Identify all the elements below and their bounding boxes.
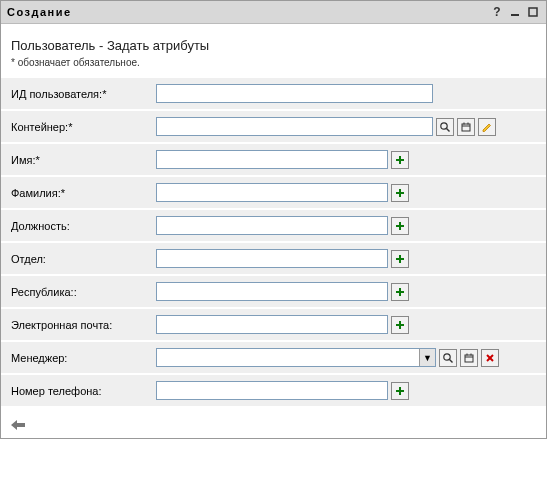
- page-heading: Пользователь - Задать атрибуты: [11, 38, 536, 53]
- combo-manager[interactable]: ▼: [156, 348, 436, 367]
- svg-point-2: [441, 122, 447, 128]
- minimize-icon[interactable]: [508, 5, 522, 19]
- required-note: * обозначает обязательное.: [11, 57, 536, 68]
- input-dept[interactable]: [156, 249, 388, 268]
- svg-point-20: [444, 353, 450, 359]
- input-phone[interactable]: [156, 381, 388, 400]
- page-subheader: Пользователь - Задать атрибуты * обознач…: [1, 24, 546, 74]
- history-icon[interactable]: [457, 118, 475, 136]
- row-firstname: Имя:*: [1, 144, 546, 175]
- label-dept: Отдел:: [11, 253, 156, 265]
- add-icon[interactable]: [391, 250, 409, 268]
- back-icon[interactable]: [11, 420, 25, 432]
- label-user-id: ИД пользователя:*: [11, 88, 156, 100]
- svg-line-3: [447, 128, 450, 131]
- input-state[interactable]: [156, 282, 388, 301]
- add-icon[interactable]: [391, 184, 409, 202]
- label-email: Электронная почта:: [11, 319, 156, 331]
- label-container: Контейнер:*: [11, 121, 156, 133]
- footer: [1, 416, 546, 438]
- input-lastname[interactable]: [156, 183, 388, 202]
- chevron-down-icon[interactable]: ▼: [419, 349, 435, 366]
- row-dept: Отдел:: [1, 243, 546, 274]
- label-state: Республика::: [11, 286, 156, 298]
- input-container[interactable]: [156, 117, 433, 136]
- label-manager: Менеджер:: [11, 352, 156, 364]
- row-title: Должность:: [1, 210, 546, 241]
- maximize-icon[interactable]: [526, 5, 540, 19]
- edit-icon[interactable]: [478, 118, 496, 136]
- delete-icon[interactable]: [481, 349, 499, 367]
- input-firstname[interactable]: [156, 150, 388, 169]
- browse-icon[interactable]: [439, 349, 457, 367]
- add-icon[interactable]: [391, 217, 409, 235]
- svg-rect-22: [465, 355, 473, 362]
- label-phone: Номер телефона:: [11, 385, 156, 397]
- input-user-id[interactable]: [156, 84, 433, 103]
- svg-rect-0: [511, 14, 519, 16]
- add-icon[interactable]: [391, 151, 409, 169]
- row-user-id: ИД пользователя:*: [1, 78, 546, 109]
- help-icon[interactable]: ?: [490, 5, 504, 19]
- svg-rect-1: [529, 8, 537, 16]
- titlebar: Создание ?: [1, 1, 546, 24]
- browse-icon[interactable]: [436, 118, 454, 136]
- input-email[interactable]: [156, 315, 388, 334]
- add-icon[interactable]: [391, 283, 409, 301]
- svg-line-21: [450, 359, 453, 362]
- combo-manager-text: [157, 349, 419, 366]
- row-container: Контейнер:*: [1, 111, 546, 142]
- add-icon[interactable]: [391, 316, 409, 334]
- label-lastname: Фамилия:*: [11, 187, 156, 199]
- svg-rect-4: [462, 124, 470, 131]
- create-window: Создание ? Пользователь - Задать атрибут…: [0, 0, 547, 439]
- row-lastname: Фамилия:*: [1, 177, 546, 208]
- attributes-form: ИД пользователя:* Контейнер:*: [1, 74, 546, 416]
- input-title[interactable]: [156, 216, 388, 235]
- label-title: Должность:: [11, 220, 156, 232]
- label-firstname: Имя:*: [11, 154, 156, 166]
- window-title: Создание: [7, 6, 486, 18]
- row-email: Электронная почта:: [1, 309, 546, 340]
- row-manager: Менеджер: ▼: [1, 342, 546, 373]
- history-icon[interactable]: [460, 349, 478, 367]
- add-icon[interactable]: [391, 382, 409, 400]
- row-state: Республика::: [1, 276, 546, 307]
- row-phone: Номер телефона:: [1, 375, 546, 406]
